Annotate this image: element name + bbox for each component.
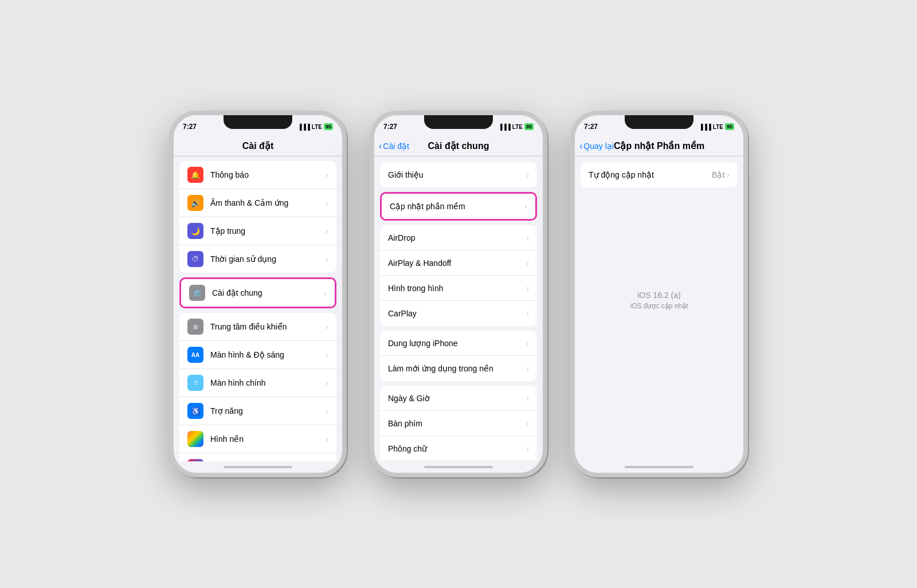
nav-title-2: Cài đặt chung xyxy=(428,140,489,151)
auto-update-value: Bật xyxy=(712,170,724,179)
row-notifications[interactable]: 🔔 Thông báo › xyxy=(179,161,336,189)
row-storage[interactable]: Dung lượng iPhone › xyxy=(380,331,537,356)
row-wallpaper[interactable]: Hình nền › xyxy=(179,425,336,453)
storage-chevron: › xyxy=(526,339,529,348)
section-3-group: Dung lượng iPhone › Làm mới ứng dụng tro… xyxy=(380,331,537,381)
row-about[interactable]: Giới thiệu › xyxy=(380,162,537,187)
lte-label-3: LTE xyxy=(713,124,723,130)
storage-label: Dung lượng iPhone xyxy=(388,339,526,348)
group-2: ⊞ Trung tâm điều khiển › AA Màn hình & Đ… xyxy=(179,313,336,461)
sound-icon: 🔊 xyxy=(187,195,203,211)
auto-update-label: Tự động cập nhật xyxy=(589,170,712,179)
battery-badge-3: 95 xyxy=(725,123,734,130)
time-1: 7:27 xyxy=(183,123,197,131)
settings-list-2[interactable]: Giới thiệu › Cập nhật phần mềm › AirDrop… xyxy=(374,156,543,461)
homescreen-chevron: › xyxy=(326,378,328,387)
pip-chevron: › xyxy=(526,284,529,293)
row-accessibility[interactable]: ♿ Trợ năng › xyxy=(179,397,336,425)
phone-1: 7:27 ▐▐▐ LTE 95 Cài đặt 🔔 Thông báo › 🔊 … xyxy=(169,111,347,477)
home-bar-1 xyxy=(224,466,292,468)
notifications-icon: 🔔 xyxy=(187,167,203,183)
software-update-label: Cập nhật phần mềm xyxy=(390,202,524,211)
row-bgrefresh[interactable]: Làm mới ứng dụng trong nền › xyxy=(380,356,537,381)
display-chevron: › xyxy=(326,350,328,359)
auto-update-group: Tự động cập nhật Bật › xyxy=(581,162,738,187)
sound-label: Âm thanh & Cảm ứng xyxy=(210,198,326,207)
row-general[interactable]: ⚙️ Cài đặt chung › xyxy=(181,279,335,307)
airplay-chevron: › xyxy=(526,258,529,268)
keyboard-chevron: › xyxy=(526,419,529,428)
screen-3: ‹ Quay lại Cập nhật Phần mềm Tự động cập… xyxy=(575,136,743,461)
section-2-group: AirDrop › AirPlay & Handoff › Hình trong… xyxy=(380,225,537,326)
row-airplay[interactable]: AirPlay & Handoff › xyxy=(380,250,537,276)
row-fonts[interactable]: Phông chữ › xyxy=(380,436,537,461)
row-focus[interactable]: 🌙 Tập trung › xyxy=(179,217,336,245)
software-update-highlighted[interactable]: Cập nhật phần mềm › xyxy=(380,192,537,221)
nav-bar-3: ‹ Quay lại Cập nhật Phần mềm xyxy=(575,136,743,156)
update-status: iOS được cập nhật xyxy=(575,302,743,310)
nav-title-3: Cập nhật Phần mềm xyxy=(614,140,704,151)
accessibility-icon: ♿ xyxy=(187,403,203,419)
notifications-label: Thông báo xyxy=(210,170,326,179)
control-label: Trung tâm điều khiển xyxy=(210,322,326,331)
row-display[interactable]: AA Màn hình & Độ sáng › xyxy=(179,341,336,369)
about-label: Giới thiệu xyxy=(388,170,526,179)
group-1: 🔔 Thông báo › 🔊 Âm thanh & Cảm ứng › 🌙 T… xyxy=(179,161,336,273)
datetime-chevron: › xyxy=(526,394,529,403)
status-icons-3: ▐▐▐ LTE 95 xyxy=(699,123,734,130)
airdrop-chevron: › xyxy=(526,233,529,242)
screentime-label: Thời gian sử dụng xyxy=(210,254,326,264)
notch-3 xyxy=(625,115,693,129)
airplay-label: AirPlay & Handoff xyxy=(388,258,526,268)
homescreen-label: Màn hình chính xyxy=(210,378,326,387)
carplay-label: CarPlay xyxy=(388,309,526,318)
notifications-chevron: › xyxy=(326,170,328,179)
settings-list-1[interactable]: 🔔 Thông báo › 🔊 Âm thanh & Cảm ứng › 🌙 T… xyxy=(174,156,342,461)
row-homescreen[interactable]: ⠿ Màn hình chính › xyxy=(179,369,336,397)
display-label: Màn hình & Độ sáng xyxy=(210,350,326,359)
general-chevron: › xyxy=(324,288,327,297)
lte-label-2: LTE xyxy=(512,124,523,130)
back-button-3[interactable]: ‹ Quay lại xyxy=(579,141,614,151)
datetime-label: Ngày & Giờ xyxy=(388,394,526,403)
row-carplay[interactable]: CarPlay › xyxy=(380,301,537,326)
general-icon: ⚙️ xyxy=(189,285,205,301)
row-datetime[interactable]: Ngày & Giờ › xyxy=(380,386,537,411)
back-label-2: Cài đặt xyxy=(383,142,409,151)
row-screentime[interactable]: ⏱ Thời gian sử dụng › xyxy=(179,245,336,273)
row-auto-update[interactable]: Tự động cập nhật Bật › xyxy=(581,162,738,187)
version-text: iOS 16.2 (a) xyxy=(575,291,743,300)
home-indicator-3 xyxy=(575,461,743,473)
general-settings-highlighted[interactable]: ⚙️ Cài đặt chung › xyxy=(179,277,336,308)
status-icons-2: ▐▐▐ LTE 95 xyxy=(499,123,534,130)
row-sound[interactable]: 🔊 Âm thanh & Cảm ứng › xyxy=(179,189,336,217)
row-keyboard[interactable]: Bàn phím › xyxy=(380,411,537,436)
version-info: iOS 16.2 (a) iOS được cập nhật xyxy=(575,291,743,333)
row-airdrop[interactable]: AirDrop › xyxy=(380,225,537,250)
control-chevron: › xyxy=(326,322,328,331)
row-control[interactable]: ⊞ Trung tâm điều khiển › xyxy=(179,313,336,341)
about-chevron: › xyxy=(526,170,529,179)
nav-bar-2: ‹ Cài đặt Cài đặt chung xyxy=(374,136,543,156)
back-button-2[interactable]: ‹ Cài đặt xyxy=(379,141,409,151)
battery-badge-2: 95 xyxy=(524,123,534,130)
screen-2: ‹ Cài đặt Cài đặt chung Giới thiệu › Cập… xyxy=(374,136,543,461)
home-indicator-1 xyxy=(174,461,342,473)
row-software-update[interactable]: Cập nhật phần mềm › xyxy=(382,194,535,219)
row-siri[interactable]: Siri & Tìm kiếm › xyxy=(179,453,336,461)
nav-title-1: Cài đặt xyxy=(242,140,273,151)
focus-chevron: › xyxy=(326,226,328,236)
control-icon: ⊞ xyxy=(187,319,203,335)
back-label-3: Quay lại xyxy=(583,142,614,151)
section-1-group: Giới thiệu › xyxy=(380,162,537,187)
settings-list-3[interactable]: Tự động cập nhật Bật › iOS 16.2 (a) iOS … xyxy=(575,156,743,461)
software-update-chevron: › xyxy=(524,202,527,211)
lte-label: LTE xyxy=(312,124,322,130)
status-icons-1: ▐▐▐ LTE 95 xyxy=(298,123,333,130)
wallpaper-icon xyxy=(187,431,203,447)
row-pip[interactable]: Hình trong hình › xyxy=(380,276,537,301)
bgrefresh-label: Làm mới ứng dụng trong nền xyxy=(388,364,526,373)
homescreen-icon: ⠿ xyxy=(187,375,203,391)
section-4-group: Ngày & Giờ › Bàn phím › Phông chữ › Ngôn… xyxy=(380,386,537,461)
notch-1 xyxy=(224,115,292,129)
